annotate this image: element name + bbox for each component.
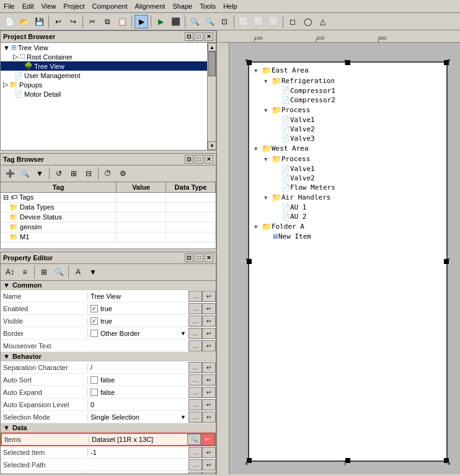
prop-separation-reset[interactable]: ↩ (202, 362, 216, 373)
align-center-button[interactable]: ⬜ (252, 15, 265, 29)
prop-quality-edit[interactable]: … (188, 472, 202, 474)
tag-search-button[interactable]: 🔍 (18, 167, 32, 180)
prop-selmode-edit[interactable]: … (188, 412, 202, 423)
tv-valve2-east[interactable]: 📄 Valve2 (252, 125, 444, 134)
menu-project[interactable]: Project (60, 1, 88, 11)
tv-new-item[interactable]: 🖥 New Item (252, 232, 444, 241)
resize-arrow-tm[interactable]: ↑ (343, 56, 347, 66)
tag-expand-button[interactable]: ⊞ (67, 167, 81, 180)
project-browser-scrollbar[interactable]: ▲ ▼ (207, 43, 216, 150)
tv-compressor1[interactable]: 📄 Compressor1 (252, 86, 444, 95)
enabled-checkbox[interactable]: ✓ (91, 305, 98, 312)
tv-flowmeters[interactable]: 📄 Flow Meters (252, 183, 444, 192)
prop-border-value[interactable]: Other Border ▼ (87, 329, 188, 338)
undo-button[interactable]: ↩ (51, 15, 65, 29)
tag-filter-button[interactable]: ▼ (33, 167, 46, 180)
zoom-fit-button[interactable]: ⊡ (218, 15, 231, 29)
prop-visible-value[interactable]: ✓ true (87, 317, 188, 325)
prop-selmode-reset[interactable]: ↩ (202, 412, 216, 423)
menu-alignment[interactable]: Alignment (131, 1, 169, 11)
tv-process-west[interactable]: ▼ 📁 Process (252, 154, 444, 164)
prop-autosort-value[interactable]: false (87, 376, 188, 384)
new-button[interactable]: 📄 (2, 15, 16, 29)
menu-file[interactable]: File (0, 1, 19, 11)
canvas-area[interactable]: ▼ 📁 East Area ▼ 📁 Refrigeration 📄 Compre… (229, 43, 460, 474)
menu-shape[interactable]: Shape (169, 1, 196, 11)
prop-more-button[interactable]: ▼ (86, 265, 100, 279)
tag-history-button[interactable]: ⏱ (101, 167, 115, 180)
prop-filter-button[interactable]: 🔍 (52, 265, 66, 279)
resize-arrow-bl[interactable]: ↙ (244, 457, 252, 467)
prop-name-edit[interactable]: … (188, 291, 202, 302)
prop-selmode-value[interactable]: Single Selection ▼ (87, 413, 188, 421)
tag-refresh-button[interactable]: ↺ (52, 167, 66, 180)
menu-edit[interactable]: Edit (19, 1, 38, 11)
prop-items-edit[interactable]: 🔍 (187, 434, 201, 445)
align-left-button[interactable]: ⬜ (237, 15, 250, 29)
prop-selpath-value[interactable] (87, 464, 188, 465)
behavior-section-header[interactable]: ▼ Behavior (1, 352, 216, 361)
tv-au1[interactable]: 📄 AU 1 (252, 203, 444, 212)
tag-options-button[interactable]: ⚙ (116, 167, 130, 180)
project-browser-float[interactable]: □ (195, 32, 203, 41)
select-button[interactable]: ▶ (135, 15, 148, 29)
autoexpand-checkbox[interactable] (91, 389, 98, 396)
prop-mouseover-reset[interactable]: ↩ (202, 340, 216, 351)
menu-view[interactable]: View (38, 1, 60, 11)
tag-add-button[interactable]: ➕ (3, 167, 17, 180)
prop-editor-float[interactable]: □ (195, 253, 203, 262)
border-checkbox[interactable] (91, 330, 98, 337)
prop-expansion-reset[interactable]: ↩ (202, 399, 216, 410)
resize-arrow-ml[interactable]: ← (244, 253, 252, 263)
tv-west-area[interactable]: ▼ 📁 West Area (252, 143, 444, 154)
prop-autoexpand-value[interactable]: false (87, 388, 188, 397)
tag-browser-float[interactable]: □ (195, 155, 203, 164)
tag-row-m1[interactable]: 📁 M1 (1, 232, 216, 242)
zoom-out-button[interactable]: 🔍 (203, 15, 216, 29)
resize-arrow-tr[interactable]: ↗ (444, 56, 451, 66)
autosort-checkbox[interactable] (91, 376, 98, 384)
prop-mouseover-edit[interactable]: … (188, 340, 202, 351)
tree-item-treeview[interactable]: 🌳 Tree View (1, 61, 216, 71)
prop-selitem-value[interactable]: -1 (87, 448, 188, 457)
tree-item-user-management[interactable]: 📄 User Management (1, 71, 216, 80)
tv-valve3-east[interactable]: 📄 Valve3 (252, 134, 444, 143)
project-browser-close[interactable]: ✕ (205, 32, 213, 41)
tag-browser-restore[interactable]: ⊡ (185, 155, 193, 164)
tv-valve2-west[interactable]: 📄 Valve2 (252, 174, 444, 183)
prop-border-reset[interactable]: ↩ (202, 328, 216, 339)
prop-selpath-edit[interactable]: … (188, 459, 202, 470)
border-dropdown-icon[interactable]: ▼ (180, 330, 186, 337)
resize-arrow-br[interactable]: ↘ (444, 457, 451, 467)
prop-selitem-reset[interactable]: ↩ (202, 447, 216, 458)
data-section-header[interactable]: ▼ Data (1, 423, 216, 433)
prop-separation-value[interactable]: / (87, 363, 188, 372)
prop-autoexpand-reset[interactable]: ↩ (202, 387, 216, 398)
tv-airhandlers[interactable]: ▼ 📁 Air Handlers (252, 192, 444, 203)
tag-browser-close[interactable]: ✕ (205, 155, 213, 164)
prop-visible-edit[interactable]: … (188, 315, 202, 327)
menu-component[interactable]: Component (89, 1, 131, 11)
prop-autosort-edit[interactable]: … (188, 374, 202, 386)
prop-autoexpand-edit[interactable]: … (188, 387, 202, 398)
paste-button[interactable]: 📋 (115, 15, 129, 29)
tag-row-tags[interactable]: ⊟ 🏷 Tags (1, 193, 216, 203)
open-button[interactable]: 📂 (17, 15, 31, 29)
common-section-header[interactable]: ▼ Common (1, 281, 216, 290)
tv-au2[interactable]: 📄 AU 2 (252, 212, 444, 221)
selmode-dropdown-icon[interactable]: ▼ (180, 414, 186, 420)
tv-refrigeration[interactable]: ▼ 📁 Refrigeration (252, 76, 444, 86)
tv-east-area[interactable]: ▼ 📁 East Area (252, 65, 444, 76)
scroll-thumb[interactable] (208, 51, 216, 76)
visible-checkbox[interactable]: ✓ (91, 317, 98, 325)
menu-tools[interactable]: Tools (196, 1, 219, 11)
shape-button[interactable]: ◻ (286, 15, 299, 29)
resize-arrow-tl[interactable]: ↖ (244, 56, 252, 66)
tree-item-motor-detail[interactable]: 📄 Motor Detail (1, 89, 216, 99)
tv-folder-a[interactable]: ▼ 📁 Folder A (252, 221, 444, 232)
tag-row-gensim[interactable]: 📁 gensim (1, 223, 216, 232)
project-browser-restore[interactable]: ⊡ (185, 32, 193, 41)
prop-category-button[interactable]: ≡ (18, 265, 32, 279)
prop-name-value[interactable]: Tree View (87, 292, 188, 301)
scroll-down-btn[interactable]: ▼ (208, 141, 216, 150)
